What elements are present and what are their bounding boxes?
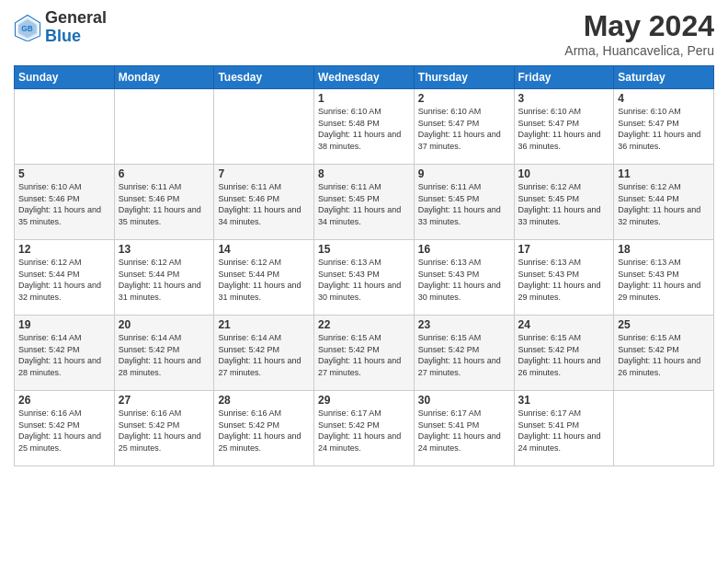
calendar-body: 1Sunrise: 6:10 AMSunset: 5:48 PMDaylight… — [15, 89, 714, 466]
location: Arma, Huancavelica, Peru — [564, 43, 714, 58]
day-info: Sunrise: 6:16 AMSunset: 5:42 PMDaylight:… — [119, 408, 210, 454]
day-info: Sunrise: 6:15 AMSunset: 5:42 PMDaylight:… — [418, 332, 510, 378]
day-number: 6 — [119, 167, 210, 180]
calendar-cell: 12Sunrise: 6:12 AMSunset: 5:44 PMDayligh… — [15, 240, 115, 316]
day-info: Sunrise: 6:10 AMSunset: 5:46 PMDaylight:… — [18, 181, 110, 227]
calendar-cell: 6Sunrise: 6:11 AMSunset: 5:46 PMDaylight… — [114, 165, 214, 240]
day-number: 25 — [618, 318, 710, 331]
calendar-cell: 29Sunrise: 6:17 AMSunset: 5:42 PMDayligh… — [314, 391, 415, 466]
day-info: Sunrise: 6:17 AMSunset: 5:41 PMDaylight:… — [418, 408, 510, 454]
logo-general-text: General — [45, 9, 107, 28]
calendar-cell: 24Sunrise: 6:15 AMSunset: 5:42 PMDayligh… — [514, 316, 614, 391]
day-number: 26 — [18, 394, 110, 407]
day-number: 10 — [518, 167, 610, 180]
day-info: Sunrise: 6:13 AMSunset: 5:43 PMDaylight:… — [618, 257, 710, 303]
weekday-header-saturday: Saturday — [614, 66, 714, 89]
day-info: Sunrise: 6:16 AMSunset: 5:42 PMDaylight:… — [218, 408, 310, 454]
calendar-cell: 19Sunrise: 6:14 AMSunset: 5:42 PMDayligh… — [15, 316, 115, 391]
calendar-cell: 13Sunrise: 6:12 AMSunset: 5:44 PMDayligh… — [114, 240, 214, 316]
calendar-cell — [15, 89, 115, 165]
day-info: Sunrise: 6:16 AMSunset: 5:42 PMDaylight:… — [18, 408, 110, 454]
calendar-cell: 16Sunrise: 6:13 AMSunset: 5:43 PMDayligh… — [414, 240, 514, 316]
day-number: 3 — [518, 92, 610, 105]
day-info: Sunrise: 6:11 AMSunset: 5:45 PMDaylight:… — [318, 181, 410, 227]
day-info: Sunrise: 6:13 AMSunset: 5:43 PMDaylight:… — [418, 257, 510, 303]
day-info: Sunrise: 6:12 AMSunset: 5:44 PMDaylight:… — [119, 257, 210, 303]
day-number: 15 — [318, 243, 410, 256]
day-info: Sunrise: 6:15 AMSunset: 5:42 PMDaylight:… — [618, 332, 710, 378]
calendar-cell: 14Sunrise: 6:12 AMSunset: 5:44 PMDayligh… — [214, 240, 314, 316]
day-number: 4 — [618, 92, 710, 105]
day-number: 9 — [418, 167, 510, 180]
day-number: 27 — [119, 394, 210, 407]
weekday-header-monday: Monday — [114, 66, 214, 89]
day-number: 13 — [119, 243, 210, 256]
calendar-table: SundayMondayTuesdayWednesdayThursdayFrid… — [14, 65, 714, 466]
day-number: 19 — [18, 318, 110, 331]
calendar-cell: 8Sunrise: 6:11 AMSunset: 5:45 PMDaylight… — [314, 165, 415, 240]
day-info: Sunrise: 6:10 AMSunset: 5:47 PMDaylight:… — [418, 106, 510, 152]
day-info: Sunrise: 6:12 AMSunset: 5:44 PMDaylight:… — [18, 257, 110, 303]
logo-blue-text: Blue — [45, 28, 107, 46]
day-number: 8 — [318, 167, 410, 180]
day-number: 18 — [618, 243, 710, 256]
calendar-week-3: 12Sunrise: 6:12 AMSunset: 5:44 PMDayligh… — [15, 240, 714, 316]
calendar-cell: 17Sunrise: 6:13 AMSunset: 5:43 PMDayligh… — [514, 240, 614, 316]
calendar-cell: 27Sunrise: 6:16 AMSunset: 5:42 PMDayligh… — [114, 391, 214, 466]
day-info: Sunrise: 6:11 AMSunset: 5:46 PMDaylight:… — [119, 181, 210, 227]
weekday-header-wednesday: Wednesday — [314, 66, 415, 89]
day-number: 17 — [518, 243, 610, 256]
calendar-cell: 20Sunrise: 6:14 AMSunset: 5:42 PMDayligh… — [114, 316, 214, 391]
logo: GB General Blue — [14, 9, 107, 46]
calendar-cell: 23Sunrise: 6:15 AMSunset: 5:42 PMDayligh… — [414, 316, 514, 391]
calendar-cell: 18Sunrise: 6:13 AMSunset: 5:43 PMDayligh… — [614, 240, 714, 316]
day-info: Sunrise: 6:13 AMSunset: 5:43 PMDaylight:… — [318, 257, 410, 303]
weekday-header-friday: Friday — [514, 66, 614, 89]
day-number: 28 — [218, 394, 310, 407]
day-number: 23 — [418, 318, 510, 331]
calendar-cell: 21Sunrise: 6:14 AMSunset: 5:42 PMDayligh… — [214, 316, 314, 391]
calendar-cell — [614, 391, 714, 466]
day-info: Sunrise: 6:10 AMSunset: 5:48 PMDaylight:… — [318, 106, 410, 152]
calendar-week-2: 5Sunrise: 6:10 AMSunset: 5:46 PMDaylight… — [15, 165, 714, 240]
day-number: 11 — [618, 167, 710, 180]
day-number: 20 — [119, 318, 210, 331]
calendar-cell: 28Sunrise: 6:16 AMSunset: 5:42 PMDayligh… — [214, 391, 314, 466]
day-number: 21 — [218, 318, 310, 331]
day-info: Sunrise: 6:12 AMSunset: 5:44 PMDaylight:… — [218, 257, 310, 303]
title-area: May 2024 Arma, Huancavelica, Peru — [564, 9, 714, 58]
calendar-cell: 1Sunrise: 6:10 AMSunset: 5:48 PMDaylight… — [314, 89, 415, 165]
calendar-cell: 26Sunrise: 6:16 AMSunset: 5:42 PMDayligh… — [15, 391, 115, 466]
calendar-cell: 15Sunrise: 6:13 AMSunset: 5:43 PMDayligh… — [314, 240, 415, 316]
page-container: GB General Blue May 2024 Arma, Huancavel… — [0, 0, 728, 563]
day-info: Sunrise: 6:11 AMSunset: 5:45 PMDaylight:… — [418, 181, 510, 227]
day-number: 16 — [418, 243, 510, 256]
day-info: Sunrise: 6:10 AMSunset: 5:47 PMDaylight:… — [618, 106, 710, 152]
calendar-cell: 25Sunrise: 6:15 AMSunset: 5:42 PMDayligh… — [614, 316, 714, 391]
day-info: Sunrise: 6:17 AMSunset: 5:41 PMDaylight:… — [518, 408, 610, 454]
day-info: Sunrise: 6:14 AMSunset: 5:42 PMDaylight:… — [119, 332, 210, 378]
day-info: Sunrise: 6:15 AMSunset: 5:42 PMDaylight:… — [518, 332, 610, 378]
day-info: Sunrise: 6:14 AMSunset: 5:42 PMDaylight:… — [18, 332, 110, 378]
day-number: 7 — [218, 167, 310, 180]
calendar-week-5: 26Sunrise: 6:16 AMSunset: 5:42 PMDayligh… — [15, 391, 714, 466]
weekday-row: SundayMondayTuesdayWednesdayThursdayFrid… — [15, 66, 714, 89]
calendar-cell: 2Sunrise: 6:10 AMSunset: 5:47 PMDaylight… — [414, 89, 514, 165]
day-info: Sunrise: 6:13 AMSunset: 5:43 PMDaylight:… — [518, 257, 610, 303]
logo-icon: GB — [14, 14, 41, 41]
weekday-header-thursday: Thursday — [414, 66, 514, 89]
day-number: 1 — [318, 92, 410, 105]
day-number: 31 — [518, 394, 610, 407]
day-number: 24 — [518, 318, 610, 331]
day-number: 30 — [418, 394, 510, 407]
day-number: 5 — [18, 167, 110, 180]
calendar-cell: 3Sunrise: 6:10 AMSunset: 5:47 PMDaylight… — [514, 89, 614, 165]
header: GB General Blue May 2024 Arma, Huancavel… — [14, 9, 714, 58]
weekday-header-tuesday: Tuesday — [214, 66, 314, 89]
logo-text: General Blue — [45, 9, 107, 46]
day-info: Sunrise: 6:11 AMSunset: 5:46 PMDaylight:… — [218, 181, 310, 227]
calendar-cell: 31Sunrise: 6:17 AMSunset: 5:41 PMDayligh… — [514, 391, 614, 466]
calendar-cell: 30Sunrise: 6:17 AMSunset: 5:41 PMDayligh… — [414, 391, 514, 466]
calendar-cell: 9Sunrise: 6:11 AMSunset: 5:45 PMDaylight… — [414, 165, 514, 240]
calendar-cell: 4Sunrise: 6:10 AMSunset: 5:47 PMDaylight… — [614, 89, 714, 165]
